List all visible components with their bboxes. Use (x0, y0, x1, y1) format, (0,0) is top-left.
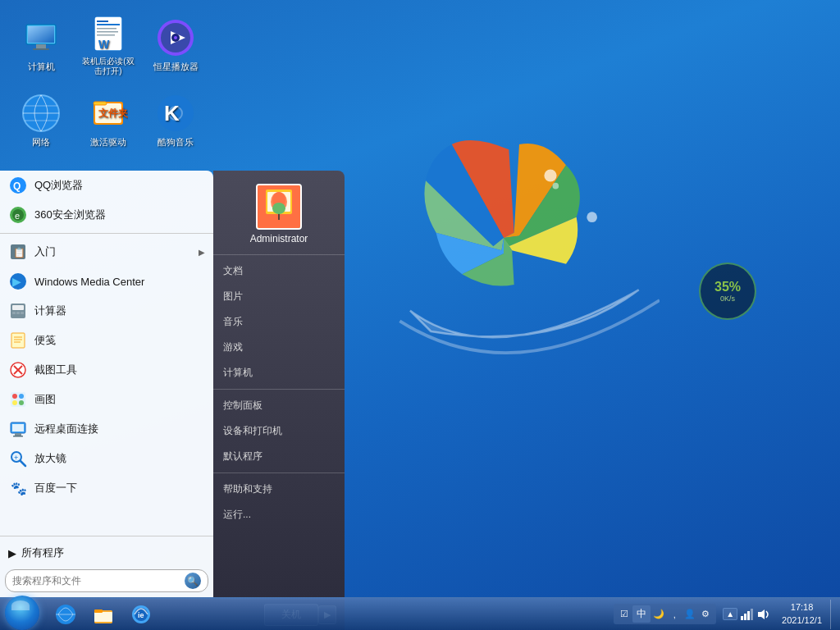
start-item-rdp[interactable]: 远程桌面连接 (0, 414, 213, 444)
svg-rect-47 (11, 333, 25, 348)
ime-lang[interactable]: 中 (632, 605, 651, 623)
computer-label: 计算机 (28, 61, 55, 73)
net-speed-percent: 35% (714, 280, 741, 294)
svg-rect-79 (94, 609, 103, 613)
start-button[interactable] (0, 598, 44, 631)
right-item-games[interactable]: 游戏 (213, 335, 345, 360)
search-box[interactable]: 🔍 (5, 569, 208, 592)
taskbar-app-ie[interactable]: ie (123, 600, 159, 629)
all-programs-item[interactable]: ▶ 所有程序 (0, 540, 213, 566)
svg-rect-29 (94, 102, 107, 105)
start-item-paint[interactable]: 画图 (0, 385, 213, 414)
svg-rect-13 (97, 34, 115, 36)
360-browser-icon: e (8, 205, 28, 225)
windows-logo (348, 82, 660, 394)
svg-rect-86 (751, 609, 753, 620)
taskbar-app-network[interactable] (48, 600, 84, 629)
start-item-360-browser[interactable]: e 360安全浏览器 (0, 200, 213, 230)
magnifier-icon: + (8, 449, 28, 468)
start-menu-left-panel: Q QQ浏览器 e 360安全浏览器 (0, 171, 213, 597)
desktop-icon-readme[interactable]: W 装机后必读(双击打开) (75, 8, 141, 82)
svg-rect-78 (94, 612, 112, 622)
system-clock[interactable]: 17:18 2021/12/1 (777, 600, 827, 628)
svg-rect-10 (97, 24, 120, 25)
baidu-label: 百度一下 (34, 481, 77, 495)
ime-icon-moon[interactable]: 🌙 (651, 607, 666, 622)
computer-icon (21, 18, 61, 57)
start-item-intro[interactable]: 📋 入门 ▶ (0, 237, 213, 267)
rdp-icon (8, 419, 28, 439)
svg-rect-5 (28, 26, 54, 43)
net-speed-rate: 0K/s (720, 294, 735, 303)
right-item-docs[interactable]: 文档 (213, 258, 345, 284)
svg-marker-87 (758, 609, 765, 619)
start-item-calculator[interactable]: 计算器 (0, 296, 213, 326)
svg-point-20 (174, 36, 177, 39)
qq-browser-icon: Q (8, 176, 28, 195)
svg-rect-60 (12, 424, 24, 431)
right-item-defaults[interactable]: 默认程序 (213, 444, 345, 469)
magnifier-label: 放大镜 (34, 451, 66, 466)
svg-text:▶: ▶ (12, 275, 21, 288)
rdp-label: 远程桌面连接 (34, 422, 98, 436)
svg-point-2 (587, 212, 597, 222)
music-icon: K (156, 94, 195, 133)
intro-label: 入门 (34, 244, 56, 259)
desktop-icon-network[interactable]: 网络 (8, 84, 74, 158)
right-panel-divider-2 (213, 389, 345, 390)
start-item-magnifier[interactable]: + 放大镜 (0, 444, 213, 473)
desktop-icon-player[interactable]: 恒星播放器 (143, 8, 208, 82)
right-item-control[interactable]: 控制面板 (213, 393, 345, 418)
start-item-screenshot[interactable]: 截图工具 (0, 355, 213, 385)
network-label: 网络 (32, 136, 50, 148)
svg-rect-45 (16, 312, 20, 314)
svg-text:📋: 📋 (13, 246, 25, 258)
svg-rect-14 (97, 21, 108, 22)
ime-icon-user[interactable]: 👤 (682, 607, 697, 622)
right-item-help[interactable]: 帮助和支持 (213, 477, 345, 502)
right-item-computer[interactable]: 计算机 (213, 360, 345, 386)
net-speed-widget[interactable]: 35% 0K/s (699, 262, 758, 322)
paint-icon (8, 390, 28, 409)
start-item-wmc[interactable]: ▶ Windows Media Center (0, 267, 213, 296)
activate-icon: 文件夹 (89, 94, 128, 133)
svg-rect-85 (747, 611, 750, 620)
start-item-baidu[interactable]: 🐾 百度一下 (0, 473, 213, 503)
clock-date: 2021/12/1 (782, 614, 822, 627)
menu-divider-1 (0, 233, 213, 234)
user-profile[interactable]: Administrator (213, 177, 345, 251)
svg-rect-7 (33, 48, 49, 50)
tray-expand-button[interactable]: ▲ (723, 608, 737, 620)
search-input[interactable] (12, 575, 181, 587)
intro-icon: 📋 (8, 242, 28, 262)
baidu-icon: 🐾 (8, 478, 28, 498)
svg-text:e: e (15, 211, 20, 221)
svg-text:Q: Q (13, 180, 21, 192)
ime-icon-gear[interactable]: ⚙ (698, 607, 713, 622)
svg-rect-44 (12, 312, 16, 314)
desktop-icon-activate[interactable]: 文件夹 激活驱动 (75, 84, 141, 158)
desktop-icon-music[interactable]: K 酷狗音乐 (143, 84, 208, 158)
right-panel-divider-1 (213, 254, 345, 255)
search-button[interactable]: 🔍 (185, 573, 201, 589)
tray-network-icon[interactable] (739, 607, 754, 622)
right-item-music[interactable]: 音乐 (213, 309, 345, 335)
desktop-icon-computer[interactable]: 计算机 (8, 8, 74, 82)
show-desktop-button[interactable] (830, 600, 837, 629)
tray-volume-icon[interactable] (756, 607, 770, 622)
notepad-label: 便笺 (34, 333, 56, 348)
screenshot-icon (8, 360, 28, 380)
intro-arrow: ▶ (199, 248, 205, 257)
taskbar-app-explorer[interactable] (85, 600, 121, 629)
right-item-devices[interactable]: 设备和打印机 (213, 418, 345, 444)
svg-rect-62 (13, 436, 23, 437)
start-item-qq-browser[interactable]: Q QQ浏览器 (0, 171, 213, 200)
calculator-icon (8, 301, 28, 321)
start-item-notepad[interactable]: 便笺 (0, 326, 213, 355)
right-item-run[interactable]: 运行... (213, 502, 345, 527)
ime-icon-comma[interactable]: , (667, 607, 682, 622)
ime-icon-check[interactable]: ☑ (617, 607, 632, 622)
right-item-pics[interactable]: 图片 (213, 284, 345, 309)
svg-rect-12 (97, 31, 118, 33)
svg-point-57 (12, 400, 17, 405)
